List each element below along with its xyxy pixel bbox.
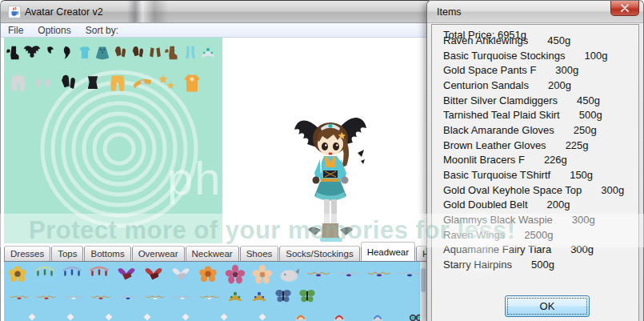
teal-plaid-skirt-thumb[interactable] xyxy=(94,39,111,66)
blue-garland[interactable] xyxy=(62,264,82,288)
feather-tuft-thumb[interactable] xyxy=(41,39,58,66)
blue-garland-icon xyxy=(62,264,82,285)
rhino-hat-icon xyxy=(279,264,300,285)
black-hairpiece-thumb[interactable] xyxy=(58,39,76,66)
silver-white-hairchain-2[interactable] xyxy=(172,291,193,306)
gold-red-hairchain[interactable] xyxy=(9,291,30,306)
item-name: Brown Leather Gloves xyxy=(443,139,546,151)
white-pin[interactable] xyxy=(25,311,39,321)
silver-blue-hairchain[interactable] xyxy=(398,269,422,283)
green-garland-icon xyxy=(34,264,55,285)
green-gem-tiara-icon xyxy=(226,288,244,306)
raven-wings-thumb[interactable] xyxy=(23,39,41,66)
turquoise-stockings-thumb[interactable] xyxy=(182,39,199,66)
menu-item-options[interactable]: Options xyxy=(30,23,78,38)
item-price: 200g xyxy=(548,79,571,91)
turquoise-tshirt-thumb[interactable] xyxy=(76,39,94,66)
dark-brown-gloves-thumb[interactable] xyxy=(129,39,146,66)
item-price: 450g xyxy=(577,94,600,106)
tab-bottoms[interactable]: Bottoms xyxy=(84,246,130,261)
gold-red-hairchain-2[interactable] xyxy=(36,291,57,306)
blue-mohawk-helm[interactable] xyxy=(370,311,385,321)
menu-item-file[interactable]: File xyxy=(1,23,30,38)
item-name: Starry Hairpins xyxy=(443,259,512,271)
items-dialog-titlebar[interactable]: Items xyxy=(427,1,643,23)
green-gem-tiara[interactable] xyxy=(226,288,244,309)
headwear-item-strip xyxy=(4,261,433,321)
gold-purple-hairchain-2[interactable] xyxy=(367,269,391,283)
item-row: Gold Space Pants F300g xyxy=(432,62,638,78)
item-price: 300g xyxy=(555,64,578,76)
starry-hairpins-thumb[interactable] xyxy=(154,70,179,97)
peach-orchid-clip[interactable] xyxy=(252,264,273,288)
silver-clamdiggers-thumb[interactable] xyxy=(6,70,30,97)
orange-mohawk-helm[interactable] xyxy=(294,311,308,321)
silver-purple-hairchain[interactable] xyxy=(337,269,361,283)
blue-butterfly-clip[interactable] xyxy=(274,288,292,309)
ok-button[interactable]: OK xyxy=(505,295,590,317)
white-pin-5[interactable] xyxy=(178,311,193,321)
green-garland[interactable] xyxy=(34,264,55,288)
green-butterfly-clip[interactable] xyxy=(298,288,316,309)
gold-red-hairchain-2-icon xyxy=(36,294,57,303)
centurion-sandals-thumb[interactable] xyxy=(146,39,164,66)
red-fairy-hat[interactable] xyxy=(143,264,164,288)
gold-space-pants-thumb[interactable] xyxy=(105,70,130,97)
tab-shoes[interactable]: Shoes xyxy=(240,246,279,261)
raven-anklewings-thumb[interactable] xyxy=(6,39,23,66)
black-waspie-thumb-icon xyxy=(82,71,104,95)
gold-purple-hairchain[interactable] xyxy=(306,269,330,283)
tab-headwear[interactable]: Headwear xyxy=(361,242,415,261)
menu-item-sort-by[interactable]: Sort by: xyxy=(78,23,126,38)
white-pin-3[interactable] xyxy=(102,311,116,321)
item-row: Starry Hairpins500g xyxy=(432,257,638,272)
sunflower-clip[interactable] xyxy=(7,264,28,288)
white-pin-6[interactable] xyxy=(217,311,231,321)
moonlit-bracers-thumb[interactable] xyxy=(30,70,55,97)
rhino-hat[interactable] xyxy=(279,264,300,288)
gold-space-pants-thumb-icon xyxy=(106,71,129,95)
black-waspie-thumb[interactable] xyxy=(80,70,105,97)
gold-red-hairchain-3[interactable] xyxy=(90,291,111,306)
red-mohawk-helm[interactable] xyxy=(332,311,346,321)
gold-doubled-belt-thumb[interactable] xyxy=(130,70,154,97)
white-pin-2[interactable] xyxy=(63,311,78,321)
close-button[interactable] xyxy=(610,1,639,16)
fairy-tiara-thumb[interactable] xyxy=(199,39,217,66)
item-price: 300g xyxy=(601,184,624,196)
item-name: Raven Wings xyxy=(443,229,505,241)
purple-fairy-hat[interactable] xyxy=(116,264,137,288)
brown-boots-thumb[interactable] xyxy=(164,39,182,66)
tab-socks-stockings[interactable]: Socks/Stockings xyxy=(279,246,359,261)
tab-overwear[interactable]: Overwear xyxy=(132,246,185,261)
dark-brown-gloves-thumb-icon xyxy=(129,42,146,63)
gold-keyhole-top-thumb[interactable] xyxy=(179,70,204,97)
gold-white-hairchain[interactable] xyxy=(145,291,166,306)
orange-flower-clip[interactable] xyxy=(198,264,218,288)
gold-keyhole-top-thumb-icon xyxy=(181,71,203,95)
black-long-gloves-thumb-icon xyxy=(57,71,79,95)
pink-orchid-clip-icon xyxy=(225,264,246,285)
strip-scrollbar[interactable] xyxy=(420,262,426,321)
red-garland[interactable] xyxy=(89,264,110,288)
item-name: Gold Space Pants F xyxy=(443,64,536,76)
tab-dresses[interactable]: Dresses xyxy=(4,246,50,261)
window-titlebar[interactable]: Avatar Creator v2 xyxy=(1,1,433,23)
pink-orchid-clip[interactable] xyxy=(225,264,246,288)
white-pin-4[interactable] xyxy=(140,311,154,321)
strip-scrollbar-thumb[interactable] xyxy=(421,268,426,292)
red-garland-icon xyxy=(89,264,110,285)
equipped-items-row-1 xyxy=(6,39,217,66)
white-pin-6-icon xyxy=(217,311,231,321)
gold-white-hairchain-2[interactable] xyxy=(199,291,220,306)
tab-tops[interactable]: Tops xyxy=(51,246,83,261)
white-pin-7[interactable] xyxy=(255,311,270,321)
silver-blue-hairchain-2[interactable] xyxy=(118,291,138,306)
black-long-gloves-thumb[interactable] xyxy=(55,70,80,97)
brown-gloves-thumb[interactable] xyxy=(111,39,129,66)
silver-white-hairchain[interactable] xyxy=(63,291,84,306)
gold-purple-hairchain-icon xyxy=(306,270,330,280)
blue-gem-tiara[interactable] xyxy=(250,288,268,309)
white-fairy-hat[interactable] xyxy=(170,264,191,288)
tab-neckwear[interactable]: Neckwear xyxy=(186,246,239,261)
